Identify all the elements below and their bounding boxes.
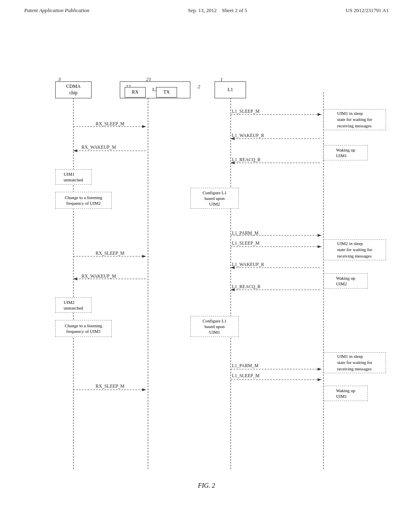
signal-rx-sleep-m-2: RX_SLEEP_M	[96, 251, 125, 256]
signal-L1-reacq-r-1: L1_REACQ_R	[232, 157, 261, 162]
signal-rx-sleep-m-1: RX_SLEEP_M	[96, 121, 125, 126]
state-waking-uim1-2: Waking upUIM1	[323, 386, 368, 401]
signal-rx-wakeup-m-1: RX_WAKEUP_M	[81, 145, 116, 150]
box-TX: TX	[156, 87, 177, 98]
signal-L1-sleep-m-3: L1_SLEEP_M	[232, 373, 259, 378]
state-waking-uim2: Waking upUIM2	[323, 273, 368, 289]
box-change-freq-uim2: Change to a listeningfrequency of UIM2	[55, 192, 112, 209]
header-publication: Patent Application Publication	[24, 7, 90, 14]
diagram-area: 3 CDMAchip 21 L2 22 RX TX 2 1 L1 L1_SLEE…	[33, 26, 380, 493]
signal-L1-parm-m-1: L1_PARM_M	[232, 231, 259, 235]
fig-label: FIG. 2	[198, 482, 215, 489]
page-header: Patent Application Publication Sep. 13, …	[0, 0, 413, 14]
box-change-freq-uim1: Change to a listeningfrequency of UIM1	[55, 320, 112, 337]
signal-L1-sleep-m-1: L1_SLEEP_M	[232, 109, 259, 114]
header-date-sheet: Sep. 13, 2012 Sheet 2 of 5	[188, 7, 247, 14]
signal-L1-parm-m-2: L1_PARM_M	[232, 363, 259, 368]
state-uim1-sleep-1: UIM1 in sleepstate for waiting forreceiv…	[323, 109, 386, 130]
state-waking-uim1-1: Waking upUIM1	[323, 145, 368, 160]
box-config-l1-uim1: Configure L1based uponUIM1	[190, 316, 239, 337]
box-RX: RX	[125, 87, 146, 98]
state-uim1-sleep-2: UIM1 in sleepstate for waiting forreceiv…	[323, 352, 386, 373]
box-uim1-unmatched: UIM1unmatched	[55, 169, 92, 185]
box-L1: L1	[215, 81, 246, 98]
signal-rx-sleep-m-3: RX_SLEEP_M	[96, 384, 125, 389]
signal-L1-wakeup-r-2: L1_WAKEUP_R	[232, 262, 264, 267]
ref-2: 2	[198, 83, 200, 90]
signal-L1-reacq-r-2: L1_REACQ_R	[232, 284, 261, 289]
signal-rx-wakeup-m-2: RX_WAKEUP_M	[81, 274, 116, 278]
box-uim2-unmatched: UIM2unmatched	[55, 297, 92, 313]
signal-L1-sleep-m-2: L1_SLEEP_M	[232, 241, 259, 245]
header-patent-number: US 2012/231791 A1	[346, 7, 389, 14]
box-config-l1-uim2: Configure L1based uponUIM2	[190, 188, 239, 209]
signal-L1-wakeup-r-1: L1_WAKEUP_R	[232, 133, 264, 138]
box-cdma-chip: CDMAchip	[55, 81, 92, 98]
state-uim2-sleep: UIM2 in sleepstate for waiting forreceiv…	[323, 239, 386, 260]
